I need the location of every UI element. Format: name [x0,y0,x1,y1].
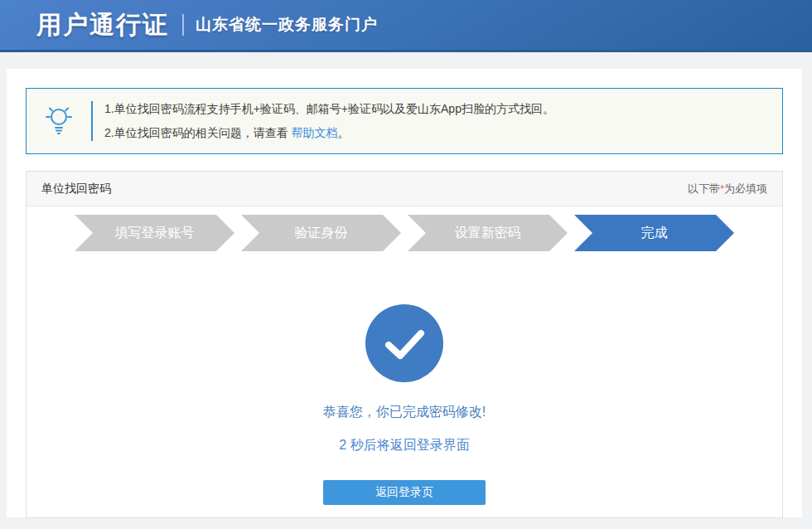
step-fill-account: 填写登录账号 [75,215,234,251]
step-progress-bar: 填写登录账号 验证身份 设置新密码 完成 [75,215,734,251]
notice-text: 1.单位找回密码流程支持手机+验证码、邮箱号+验证码以及爱山东App扫脸的方式找… [104,97,554,145]
result-area: 恭喜您，你已完成密码修改! 2 秒后将返回登录界面 返回登录页 [27,304,782,505]
help-doc-link[interactable]: 帮助文档 [292,126,338,139]
countdown-message: 2 秒后将返回登录界面 [27,437,782,454]
step-verify-identity: 验证身份 [241,215,401,251]
panel-title: 单位找回密码 [41,182,111,197]
portal-subtitle: 山东省统一政务服务门户 [196,14,378,36]
required-fields-note: 以下带*为必填项 [688,182,767,197]
lightbulb-icon [27,104,91,138]
header-banner: 用户通行证 山东省统一政务服务门户 [0,0,812,52]
success-check-icon [27,304,782,386]
success-message: 恭喜您，你已完成密码修改! [27,404,782,421]
notice-line-1: 1.单位找回密码流程支持手机+验证码、邮箱号+验证码以及爱山东App扫脸的方式找… [104,97,554,121]
back-to-login-button[interactable]: 返回登录页 [323,480,486,505]
page-title: 用户通行证 [36,8,169,42]
content-card: 1.单位找回密码流程支持手机+验证码、邮箱号+验证码以及爱山东App扫脸的方式找… [7,69,802,517]
notice-divider [91,101,93,141]
notice-line-2-period: 。 [338,126,350,139]
notice-line-2-text: 2.单位找回密码的相关问题，请查看 [104,126,292,139]
notice-line-2: 2.单位找回密码的相关问题，请查看 帮助文档。 [104,121,554,145]
step-set-new-password: 设置新密码 [408,215,568,251]
required-note-suffix: 为必填项 [724,182,767,195]
panel-header: 单位找回密码 以下带*为必填项 [27,172,782,206]
step-complete: 完成 [574,215,734,251]
password-recovery-panel: 单位找回密码 以下带*为必填项 填写登录账号 验证身份 设置新密码 完成 恭喜您… [26,171,783,518]
notice-box: 1.单位找回密码流程支持手机+验证码、邮箱号+验证码以及爱山东App扫脸的方式找… [26,88,783,154]
required-note-prefix: 以下带 [688,182,720,195]
header-divider [182,14,184,36]
